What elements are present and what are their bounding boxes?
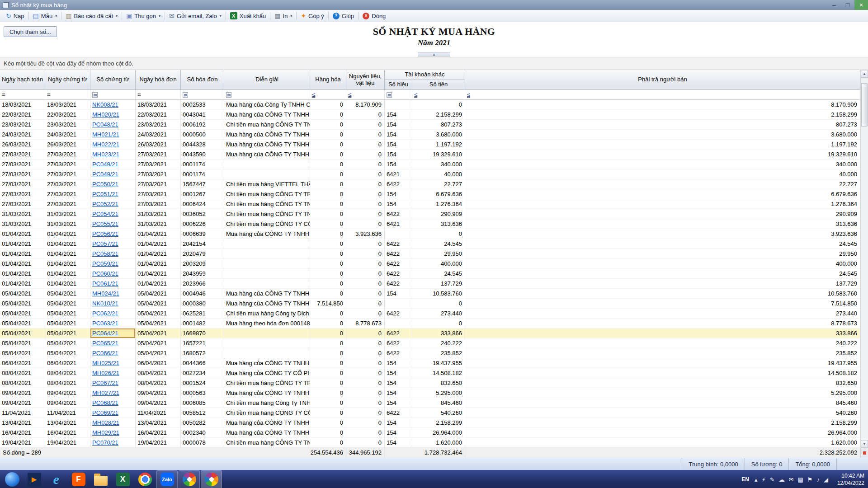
media-player-icon[interactable]: ▶ [24, 470, 45, 488]
table-row[interactable]: 27/03/202127/03/2021MH023/2127/03/202100… [0, 150, 860, 160]
table-row[interactable]: 05/04/202105/04/2021PC066/2105/04/202116… [0, 348, 860, 358]
cell-so-chung-tu[interactable]: MH025/21 [90, 358, 136, 368]
language-indicator[interactable]: EN [741, 476, 750, 483]
cell-so-chung-tu[interactable]: MH020/21 [90, 110, 136, 120]
table-row[interactable]: 23/03/202123/03/2021PC048/2123/03/202100… [0, 120, 860, 130]
toolbar-button-nap[interactable]: ↻Nạp [3, 12, 28, 20]
table-row[interactable]: 05/04/202105/04/2021MH024/2105/04/202100… [0, 289, 860, 299]
scroll-down-button[interactable]: ▼ [861, 440, 868, 448]
cell-so-chung-tu[interactable]: PC064/21 [90, 328, 136, 338]
col-header-so-chung-tu[interactable]: Số chứng từ [90, 70, 136, 90]
table-row[interactable]: 27/03/202127/03/2021PC049/2127/03/202100… [0, 169, 860, 179]
table-row[interactable]: 26/03/202126/03/2021MH022/2126/03/202100… [0, 140, 860, 150]
table-row[interactable]: 27/03/202127/03/2021PC051/2127/03/202100… [0, 189, 860, 199]
table-row[interactable]: 05/04/202105/04/2021NK010/2105/04/202100… [0, 299, 860, 309]
chrome-icon[interactable] [134, 470, 156, 488]
table-row[interactable]: 27/03/202127/03/2021PC050/2127/03/202115… [0, 179, 860, 189]
table-row[interactable]: 09/04/202109/04/2021PC068/2109/04/202100… [0, 398, 860, 408]
scrollbar-thumb[interactable] [861, 83, 868, 127]
toolbar-button-gop-y[interactable]: ✦Góp ý [297, 12, 327, 20]
cell-so-chung-tu[interactable]: MH027/21 [90, 388, 136, 398]
cell-so-chung-tu[interactable]: PC060/21 [90, 269, 136, 279]
table-row[interactable]: 22/03/202122/03/2021MH020/2122/03/202100… [0, 110, 860, 120]
cell-so-chung-tu[interactable]: PC067/21 [90, 378, 136, 388]
table-row[interactable]: 06/04/202106/04/2021MH025/2106/04/202100… [0, 358, 860, 368]
volume-icon[interactable]: ♪ [816, 476, 820, 483]
filter-cell[interactable]: ≤ [310, 90, 346, 100]
cell-so-chung-tu[interactable]: MH021/21 [90, 130, 136, 140]
pen-icon[interactable]: ✎ [770, 476, 775, 483]
table-row[interactable]: 27/03/202127/03/2021PC052/2127/03/202100… [0, 199, 860, 209]
cell-so-chung-tu[interactable]: PC051/21 [90, 189, 136, 199]
filter-cell[interactable] [224, 90, 310, 100]
scrollbar-track[interactable] [861, 78, 868, 440]
cell-so-chung-tu[interactable]: PC048/21 [90, 120, 136, 130]
col-header-ngay-hach-toan[interactable]: Ngày hạch toán [0, 70, 45, 90]
toolbar-button-mau[interactable]: ▤Mẫu▾ [30, 12, 61, 20]
table-row[interactable]: 08/04/202108/04/2021MH026/2108/04/202100… [0, 368, 860, 378]
cloud-icon[interactable]: ☁ [779, 476, 785, 483]
cell-so-chung-tu[interactable]: PC049/21 [90, 160, 136, 169]
col-header-dien-giai[interactable]: Diễn giải [224, 70, 310, 90]
vertical-scrollbar[interactable]: ▲ ▼ [860, 70, 868, 448]
zalo-icon[interactable]: Zalo [156, 470, 178, 488]
excel-icon[interactable]: X [112, 470, 133, 488]
cell-so-chung-tu[interactable]: NK008/21 [90, 100, 136, 110]
table-row[interactable]: 05/04/202105/04/2021PC064/2105/04/202116… [0, 328, 860, 338]
col-header-tai-khoan-khac[interactable]: Tài khoản khác [385, 70, 465, 80]
cell-so-chung-tu[interactable]: NK010/21 [90, 299, 136, 309]
cell-so-chung-tu[interactable]: PC059/21 [90, 259, 136, 269]
cell-so-chung-tu[interactable]: PC050/21 [90, 179, 136, 189]
table-row[interactable]: 13/04/202113/04/2021MH028/2113/04/202100… [0, 418, 860, 428]
filter-cell[interactable] [90, 90, 136, 100]
cell-so-chung-tu[interactable]: PC054/21 [90, 209, 136, 219]
power-icon[interactable]: ⚡ [762, 476, 766, 483]
maximize-button[interactable]: □ [841, 0, 854, 10]
table-row[interactable]: 05/04/202105/04/2021PC062/2105/04/202106… [0, 309, 860, 319]
table-row[interactable]: 01/04/202101/04/2021PC058/2101/04/202120… [0, 249, 860, 259]
table-row[interactable]: 16/04/202116/04/2021MH029/2116/04/202100… [0, 428, 860, 438]
table-row[interactable]: 19/04/202119/04/2021PC070/2119/04/202100… [0, 438, 860, 448]
minimize-button[interactable]: – [827, 0, 841, 10]
toolbar-button-in[interactable]: ▦In▾ [271, 12, 295, 20]
table-row[interactable]: 18/03/202118/03/2021NK008/2118/03/202100… [0, 100, 860, 110]
toolbar-button-dong[interactable]: ×Đóng [359, 12, 389, 20]
col-header-nguyen-lieu[interactable]: Nguyên liệu, vật liệu [346, 70, 385, 90]
start-button[interactable] [1, 470, 23, 488]
table-row[interactable]: 11/04/202111/04/2021PC069/2111/04/202100… [0, 408, 860, 418]
chevron-up-icon[interactable]: ▴ [755, 476, 758, 483]
cell-so-chung-tu[interactable]: PC057/21 [90, 239, 136, 249]
filter-cell[interactable]: ≤ [412, 90, 465, 100]
file-explorer-icon[interactable] [90, 470, 111, 488]
cell-so-chung-tu[interactable]: PC061/21 [90, 279, 136, 289]
table-row[interactable]: 05/04/202105/04/2021PC065/2105/04/202116… [0, 338, 860, 348]
cell-so-chung-tu[interactable]: PC049/21 [90, 169, 136, 179]
filter-cell[interactable]: = [136, 90, 181, 100]
filter-cell[interactable]: = [0, 90, 45, 100]
table-row[interactable]: 31/03/202131/03/2021PC054/2131/03/202100… [0, 209, 860, 219]
table-row[interactable]: 01/04/202101/04/2021PC059/2101/04/202120… [0, 259, 860, 269]
filter-cell[interactable]: ≤ [346, 90, 385, 100]
table-row[interactable]: 09/04/202109/04/2021MH027/2109/04/202100… [0, 388, 860, 398]
table-row[interactable]: 01/04/202101/04/2021PC056/2101/04/202100… [0, 229, 860, 239]
cell-so-chung-tu[interactable]: MH023/21 [90, 150, 136, 160]
table-row[interactable]: 01/04/202101/04/2021PC060/2101/04/202120… [0, 269, 860, 279]
table-row[interactable]: 08/04/202108/04/2021PC067/2108/04/202100… [0, 378, 860, 388]
col-header-ngay-hoa-don[interactable]: Ngày hóa đơn [136, 70, 181, 90]
col-header-so-hieu[interactable]: Số hiệu [385, 80, 412, 90]
toolbar-button-thu-gon[interactable]: ▣Thu gọn▾ [123, 12, 164, 20]
toolbar-button-bao-cao-da-cat[interactable]: ▥Báo cáo đã cất▾ [62, 12, 121, 20]
mail-icon[interactable]: ✉ [789, 476, 794, 483]
cell-so-chung-tu[interactable]: MH024/21 [90, 289, 136, 299]
internet-explorer-icon[interactable]: e [46, 470, 67, 488]
cell-so-chung-tu[interactable]: PC055/21 [90, 219, 136, 229]
table-row[interactable]: 31/03/202131/03/2021PC055/2131/03/202100… [0, 219, 860, 229]
col-header-hang-hoa[interactable]: Hàng hóa [310, 70, 346, 90]
cell-so-chung-tu[interactable]: PC066/21 [90, 348, 136, 358]
cell-so-chung-tu[interactable]: PC069/21 [90, 408, 136, 418]
foxit-pdf-icon[interactable]: F [68, 470, 89, 488]
cell-so-chung-tu[interactable]: PC070/21 [90, 438, 136, 448]
clock[interactable]: 10:42 AM 12/04/2022 [837, 472, 864, 487]
network-icon[interactable]: ◢ [824, 476, 828, 483]
cell-so-chung-tu[interactable]: PC052/21 [90, 199, 136, 209]
